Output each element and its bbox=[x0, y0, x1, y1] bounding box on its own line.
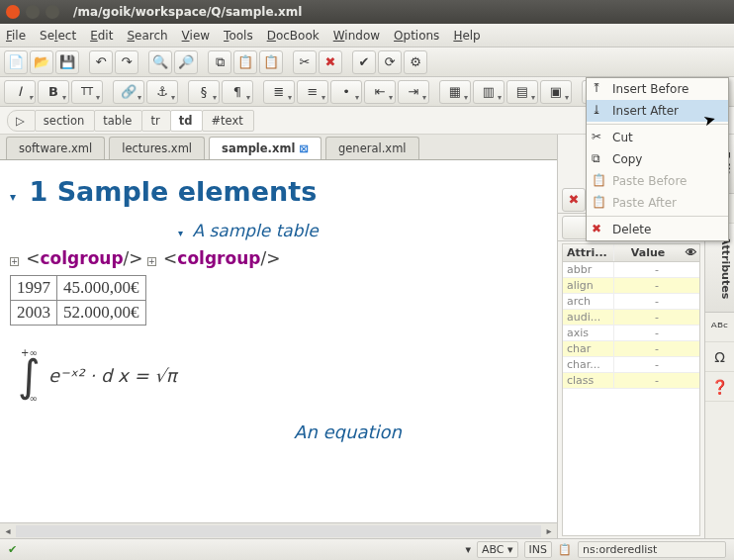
crumb-tr[interactable]: tr bbox=[141, 110, 170, 132]
status-ok-icon: ✔ bbox=[8, 543, 17, 556]
list-ol-icon[interactable]: ≡ bbox=[297, 80, 328, 104]
list-item-icon[interactable]: • bbox=[330, 80, 362, 104]
refresh-icon[interactable]: ⟳ bbox=[378, 50, 402, 74]
menu-file[interactable]: File bbox=[6, 29, 26, 43]
attr-row[interactable]: char...- bbox=[563, 357, 699, 373]
cut-element-icon[interactable]: ✂ bbox=[293, 50, 317, 74]
search-icon[interactable]: 🔍 bbox=[148, 50, 172, 74]
window-close-icon[interactable] bbox=[6, 5, 20, 19]
tab-sample[interactable]: sample.xml⊠ bbox=[209, 137, 321, 159]
menu-view[interactable]: View bbox=[182, 29, 210, 43]
ctx-insert-before[interactable]: ⤒Insert Before bbox=[587, 78, 728, 100]
h-scrollbar[interactable]: ◂ ▸ bbox=[0, 522, 557, 538]
menu-edit[interactable]: Edit bbox=[90, 29, 113, 43]
crumb-text[interactable]: #text bbox=[202, 110, 253, 132]
para-icon[interactable]: ¶ bbox=[222, 80, 253, 104]
table-cell-icon[interactable]: ▣ bbox=[540, 80, 572, 104]
titlebar: /ma/goik/workspace/Q/sample.xml bbox=[0, 0, 734, 24]
anchor-icon[interactable]: ⚓ bbox=[146, 80, 178, 104]
status-ins[interactable]: INS bbox=[524, 541, 552, 558]
undo-icon[interactable]: ↶ bbox=[89, 50, 113, 74]
text-style-button[interactable]: TT bbox=[71, 80, 103, 104]
attr-row[interactable]: audi...- bbox=[563, 310, 699, 326]
document-view[interactable]: ▾ 1 Sample elements ▾ A sample table + <… bbox=[0, 160, 557, 522]
attr-row[interactable]: axis- bbox=[563, 326, 699, 341]
new-file-icon[interactable]: 📄 bbox=[4, 50, 28, 74]
italic-button[interactable]: I bbox=[4, 80, 36, 104]
status-abc[interactable]: ABC ▾ bbox=[477, 541, 518, 558]
ctx-cut[interactable]: ✂Cut bbox=[587, 127, 728, 148]
search-replace-icon[interactable]: 🔎 bbox=[174, 50, 198, 74]
crumb-section[interactable]: section bbox=[35, 110, 95, 132]
paste-icon[interactable]: 📋 bbox=[233, 50, 257, 74]
paste-special-icon[interactable]: 📋 bbox=[259, 50, 283, 74]
crumb-table[interactable]: table bbox=[94, 110, 142, 132]
menu-search[interactable]: Search bbox=[127, 29, 167, 43]
attr-row[interactable]: align- bbox=[563, 278, 699, 294]
menu-select[interactable]: Select bbox=[40, 29, 76, 43]
menu-window[interactable]: Window bbox=[333, 29, 380, 43]
menu-help[interactable]: Help bbox=[453, 29, 480, 43]
ctx-delete[interactable]: ✖Delete bbox=[587, 219, 728, 240]
menu-docbook[interactable]: DocBook bbox=[267, 29, 320, 43]
tab-lectures[interactable]: lectures.xml bbox=[109, 137, 205, 159]
integral-icon: ∫ bbox=[18, 358, 41, 393]
attr-row[interactable]: abbr- bbox=[563, 262, 699, 278]
remove-attr-icon[interactable]: ✖ bbox=[562, 188, 586, 212]
window-minimize-icon[interactable] bbox=[26, 5, 40, 19]
heading-1: ▾ 1 Sample elements bbox=[10, 176, 547, 207]
breadcrumb-root-icon[interactable]: ▷ bbox=[7, 110, 36, 132]
tab-close-icon[interactable]: ⊠ bbox=[299, 141, 309, 155]
collapse-icon[interactable]: ▾ bbox=[178, 228, 183, 238]
link-icon[interactable]: 🔗 bbox=[113, 80, 144, 104]
tabbar: software.xml lectures.xml sample.xml⊠ ge… bbox=[0, 135, 557, 160]
outdent-icon[interactable]: ⇤ bbox=[364, 80, 396, 104]
indent-icon[interactable]: ⇥ bbox=[398, 80, 429, 104]
menu-options[interactable]: Options bbox=[394, 29, 439, 43]
menu-tools[interactable]: Tools bbox=[224, 29, 253, 43]
open-folder-icon[interactable]: 📂 bbox=[30, 50, 53, 74]
paste-before-icon: 📋 bbox=[592, 173, 606, 187]
expand-icon[interactable]: + bbox=[10, 257, 19, 266]
sample-table[interactable]: 199745.000,00€ 200352.000,00€ bbox=[10, 275, 146, 326]
table-row-icon[interactable]: ▤ bbox=[506, 80, 538, 104]
transform-icon[interactable]: ⚙ bbox=[404, 50, 427, 74]
scroll-right-icon[interactable]: ▸ bbox=[541, 525, 557, 536]
delete-icon[interactable]: ✖ bbox=[319, 50, 342, 74]
eye-icon[interactable]: 👁 bbox=[682, 244, 699, 261]
tab-general[interactable]: general.xml bbox=[325, 137, 419, 159]
bold-button[interactable]: B bbox=[38, 80, 69, 104]
status-ns[interactable]: ns:orderedlist bbox=[578, 541, 726, 558]
window-title: /ma/goik/workspace/Q/sample.xml bbox=[73, 5, 302, 19]
insert-after-icon: ⤓ bbox=[592, 103, 601, 117]
redo-icon[interactable]: ↷ bbox=[115, 50, 138, 74]
copy-icon: ⧉ bbox=[592, 151, 600, 165]
status-down-icon[interactable]: ▾ bbox=[465, 543, 471, 556]
scroll-left-icon[interactable]: ◂ bbox=[0, 525, 16, 536]
save-icon[interactable]: 💾 bbox=[55, 50, 79, 74]
equation-caption: An equation bbox=[148, 421, 547, 442]
table-row: 199745.000,00€ bbox=[11, 276, 146, 301]
attr-row[interactable]: class- bbox=[563, 373, 699, 389]
menubar: File Select Edit Search View Tools DocBo… bbox=[0, 24, 734, 47]
table-col-icon[interactable]: ▥ bbox=[473, 80, 505, 104]
side-help-icon[interactable]: ❓ bbox=[705, 372, 734, 402]
cut-icon: ✂ bbox=[592, 130, 601, 143]
section-icon[interactable]: § bbox=[188, 80, 220, 104]
attr-row[interactable]: arch- bbox=[563, 294, 699, 310]
table-icon[interactable]: ▦ bbox=[439, 80, 471, 104]
tab-software[interactable]: software.xml bbox=[6, 137, 105, 159]
expand-icon[interactable]: + bbox=[147, 257, 156, 266]
window-maximize-icon[interactable] bbox=[46, 5, 59, 19]
crumb-td[interactable]: td bbox=[170, 110, 204, 132]
ctx-copy[interactable]: ⧉Copy bbox=[587, 148, 728, 170]
side-abc-icon[interactable]: ᴬᴮᶜ bbox=[705, 313, 734, 342]
toolbar-row-1: 📄 📂 💾 ↶ ↷ 🔍 🔎 ⧉ 📋 📋 ✂ ✖ ✔ ⟳ ⚙ bbox=[0, 47, 734, 77]
attr-row[interactable]: char- bbox=[563, 341, 699, 357]
list-ul-icon[interactable]: ≣ bbox=[263, 80, 295, 104]
copy-icon[interactable]: ⧉ bbox=[208, 50, 231, 74]
validate-icon[interactable]: ✔ bbox=[352, 50, 376, 74]
clipboard-icon: 📋 bbox=[558, 543, 572, 556]
side-omega-icon[interactable]: Ω bbox=[705, 342, 734, 372]
collapse-icon[interactable]: ▾ bbox=[10, 190, 16, 204]
